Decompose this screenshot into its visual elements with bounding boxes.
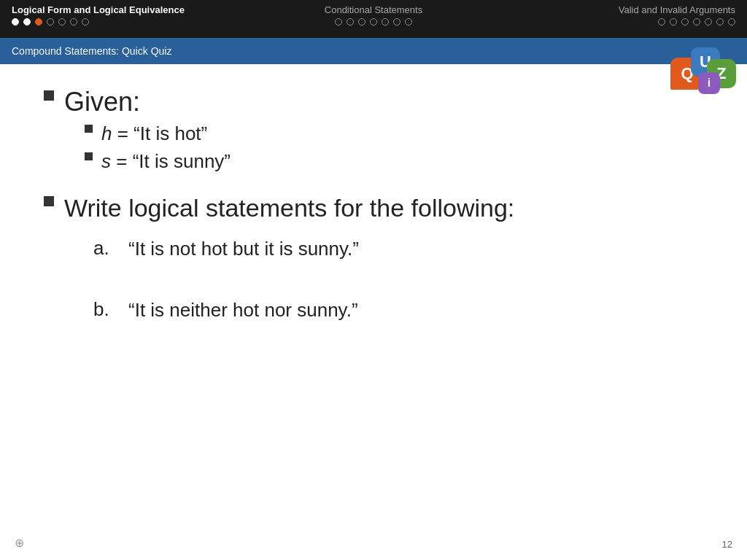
s-definition: s = “It is sunny” xyxy=(101,149,231,174)
question-b-label: b. xyxy=(93,298,115,321)
dot-6 xyxy=(70,18,77,26)
dot-v6 xyxy=(716,18,724,26)
given-block: Given: h = “It is hot” s = “It is sunny” xyxy=(64,86,231,177)
top-navigation-bar: Logical Form and Logical Equivalence Con… xyxy=(0,0,747,38)
dot-2 xyxy=(23,18,31,26)
nav-section-valid: Valid and Invalid Arguments xyxy=(498,4,747,26)
dot-v2 xyxy=(670,18,677,26)
bubble-i: i xyxy=(698,72,720,94)
question-a-text: “It is not hot but it is sunny.” xyxy=(128,237,359,262)
given-bullet: Given: h = “It is hot” s = “It is sunny” xyxy=(44,86,703,177)
questions-list: a. “It is not hot but it is sunny.” b. “… xyxy=(93,237,514,323)
question-b: b. “It is neither hot nor sunny.” xyxy=(93,298,514,323)
given-s-item: s = “It is sunny” xyxy=(85,149,231,174)
nav-dots-logic xyxy=(12,18,89,26)
dot-c6 xyxy=(393,18,400,26)
dot-v3 xyxy=(681,18,689,26)
dot-4 xyxy=(47,18,54,26)
quiz-bubbles: Q U Z i xyxy=(670,44,736,96)
question-a-label: a. xyxy=(93,237,115,260)
dot-v1 xyxy=(658,18,665,26)
dot-c1 xyxy=(335,18,342,26)
write-bullet-square xyxy=(44,196,54,206)
dot-1 xyxy=(12,18,19,26)
write-bullet: Write logical statements for the followi… xyxy=(44,192,703,359)
h-definition: h = “It is hot” xyxy=(101,122,207,147)
main-content: Given: h = “It is hot” s = “It is sunny”… xyxy=(0,64,747,380)
write-block: Write logical statements for the followi… xyxy=(64,192,514,359)
given-sub-items: h = “It is hot” s = “It is sunny” xyxy=(85,122,231,174)
subtitle-text: Compound Statements: Quick Quiz xyxy=(12,45,171,57)
crosshair-icon: ⊕ xyxy=(15,536,24,550)
nav-section-conditional: Conditional Statements xyxy=(249,4,498,26)
subtitle-bar: Compound Statements: Quick Quiz xyxy=(0,38,747,64)
dot-c3 xyxy=(358,18,365,26)
quiz-logo: Q U Z i xyxy=(667,41,740,99)
dot-3 xyxy=(35,18,42,26)
nav-section-logic: Logical Form and Logical Equivalence xyxy=(0,4,249,26)
dot-v5 xyxy=(705,18,712,26)
nav-dots-conditional xyxy=(335,18,412,26)
nav-dots-valid xyxy=(658,18,735,26)
given-bullet-square xyxy=(44,90,54,101)
dot-5 xyxy=(58,18,66,26)
dot-c2 xyxy=(347,18,354,26)
dot-7 xyxy=(82,18,89,26)
nav-title-valid: Valid and Invalid Arguments xyxy=(619,4,735,15)
h-bullet-square xyxy=(85,125,93,133)
page-number: 12 xyxy=(722,539,732,550)
question-a: a. “It is not hot but it is sunny.” xyxy=(93,237,514,262)
dot-v4 xyxy=(693,18,700,26)
dot-c5 xyxy=(382,18,389,26)
given-h-item: h = “It is hot” xyxy=(85,122,231,147)
question-b-text: “It is neither hot nor sunny.” xyxy=(128,298,358,323)
nav-title-conditional: Conditional Statements xyxy=(325,4,422,15)
nav-title-logic: Logical Form and Logical Equivalence xyxy=(12,4,185,15)
dot-c7 xyxy=(405,18,412,26)
dot-c4 xyxy=(370,18,377,26)
given-title: Given: xyxy=(64,87,140,117)
s-bullet-square xyxy=(85,152,93,160)
write-title: Write logical statements for the followi… xyxy=(64,194,514,222)
dot-v7 xyxy=(728,18,735,26)
